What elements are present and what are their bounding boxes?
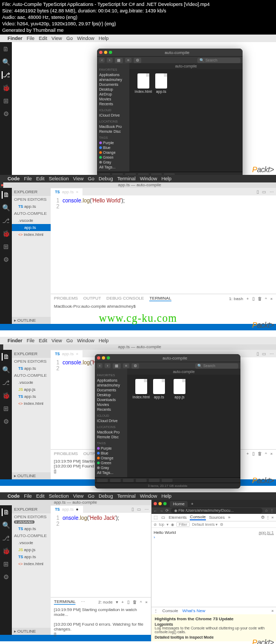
- browser-tab[interactable]: Home: [170, 501, 188, 507]
- reload-icon[interactable]: ⟳: [165, 509, 169, 513]
- menu-debug[interactable]: Debug: [99, 493, 113, 499]
- file-app-js[interactable]: app.js: [174, 379, 185, 399]
- menu-edit[interactable]: Edit: [39, 36, 47, 41]
- tab-problems[interactable]: PROBLEMS: [54, 451, 78, 456]
- search-input[interactable]: 🔍 Search: [195, 363, 238, 369]
- side-icon[interactable]: ▭: [262, 351, 266, 356]
- console-body[interactable]: Hello Worldapp.js:1 ›: [151, 528, 276, 607]
- devtab-console[interactable]: Console: [190, 514, 205, 520]
- finder-content[interactable]: auto-compile index.html app.ts app.js: [127, 369, 240, 477]
- sidebar-item-downloads[interactable]: Downloads: [96, 397, 126, 402]
- devtools-settings-icon[interactable]: ⚙ ⋮ ×: [261, 515, 274, 520]
- sidebar-item-movies[interactable]: Movies: [98, 97, 128, 101]
- menu-go[interactable]: Go: [66, 36, 73, 41]
- split-terminal-icon[interactable]: ▯: [127, 600, 129, 605]
- close-icon[interactable]: [97, 356, 100, 360]
- outline-section[interactable]: OUTLINE: [12, 472, 51, 479]
- tab-appts[interactable]: app.ts●: [51, 506, 83, 513]
- path-bar[interactable]: auto-compile: [129, 63, 243, 69]
- file-vscode[interactable]: .vscode: [12, 379, 51, 386]
- file-app-ts[interactable]: app.ts: [153, 379, 165, 399]
- close-tab-icon[interactable]: ×: [76, 351, 79, 356]
- tag-gray[interactable]: Gray: [96, 465, 126, 470]
- new-tab-icon[interactable]: +: [191, 501, 194, 506]
- close-icon[interactable]: [99, 51, 102, 54]
- tab-debug-console[interactable]: DEBUG CONSOLE: [106, 296, 144, 301]
- forward-button[interactable]: ›: [107, 58, 112, 63]
- file-appjs[interactable]: app.js: [12, 546, 51, 553]
- drawer-tab-console[interactable]: Console: [162, 608, 178, 613]
- settings-gear-icon[interactable]: ⚙: [220, 523, 223, 527]
- sort-button[interactable]: ≡: [123, 363, 129, 368]
- file-index-html[interactable]: index.html: [133, 379, 150, 399]
- menu-view[interactable]: View: [73, 176, 84, 181]
- tag-blue[interactable]: Blue: [96, 451, 126, 456]
- forward-icon[interactable]: →: [160, 509, 163, 513]
- file-indexhtml[interactable]: index.html: [12, 560, 51, 567]
- sidebar-item-user[interactable]: ahmadmohey: [96, 383, 126, 388]
- new-terminal-icon[interactable]: +: [246, 451, 249, 456]
- sidebar-item-user[interactable]: ahmadmohey: [98, 77, 128, 82]
- open-editors-section[interactable]: OPEN EDITORS: [12, 196, 51, 203]
- sidebar-item-macbook[interactable]: MacBook Pro: [98, 124, 128, 129]
- sidebar-item-recents[interactable]: Recents: [96, 407, 126, 412]
- explorer-icon[interactable]: 🗎: [2, 353, 9, 361]
- open-editor-appts[interactable]: app.ts: [12, 525, 51, 532]
- star-icon[interactable]: ☆: [265, 509, 268, 513]
- menu-file[interactable]: File: [24, 493, 32, 499]
- source-control-icon[interactable]: ⎇: [2, 534, 10, 542]
- device-icon[interactable]: ▭: [161, 515, 165, 520]
- back-button[interactable]: ‹: [97, 363, 102, 368]
- menubar-app-name[interactable]: Code: [8, 176, 20, 181]
- debug-icon[interactable]: 🐞: [2, 230, 10, 238]
- action-button[interactable]: ⚙: [132, 363, 139, 369]
- open-editor-appts[interactable]: app.ts: [12, 365, 51, 372]
- sidebar-item-icloud[interactable]: iCloud Drive: [96, 418, 126, 423]
- finder-titlebar[interactable]: auto-compile: [97, 49, 243, 56]
- close-panel-icon[interactable]: ×: [270, 296, 273, 301]
- menu-window[interactable]: Window: [140, 493, 157, 499]
- file-appjs[interactable]: app.js: [12, 386, 51, 393]
- sidebar-item-applications[interactable]: Applications: [96, 378, 126, 383]
- file-vscode[interactable]: .vscode: [12, 217, 51, 224]
- search-icon[interactable]: 🔍: [2, 204, 10, 212]
- back-icon[interactable]: ←: [154, 509, 157, 513]
- source-control-icon[interactable]: ⎇: [2, 71, 9, 79]
- minimize-icon[interactable]: [102, 356, 105, 360]
- sidebar-item-desktop[interactable]: Desktop: [96, 392, 126, 397]
- file-appts[interactable]: app.ts: [12, 224, 51, 231]
- shell-select[interactable]: 2: node: [98, 600, 113, 605]
- tag-all[interactable]: All Tags...: [98, 165, 128, 170]
- tab-appts[interactable]: app.ts×: [51, 350, 82, 357]
- tag-orange[interactable]: Orange: [98, 150, 128, 155]
- action-button[interactable]: ⚙: [134, 58, 141, 63]
- more-icon[interactable]: ⋯: [144, 507, 149, 512]
- project-section[interactable]: AUTO-COMPILE: [12, 210, 51, 217]
- explorer-icon[interactable]: 🗎: [2, 45, 10, 53]
- close-panel-icon[interactable]: ×: [270, 451, 273, 456]
- devtab-more[interactable]: »: [228, 515, 230, 520]
- source-control-icon[interactable]: ⎇: [2, 379, 10, 387]
- outline-section[interactable]: OUTLINE: [12, 628, 51, 635]
- search-input[interactable]: 🔍 Search: [197, 58, 240, 63]
- view-icons-button[interactable]: ▦: [113, 363, 121, 369]
- menubar-app-name[interactable]: Finder: [8, 36, 23, 41]
- finder-titlebar[interactable]: auto-compile: [95, 354, 240, 362]
- sidebar-item-applications[interactable]: Applications: [98, 72, 128, 77]
- open-editor-appts[interactable]: app.ts: [12, 203, 51, 210]
- menu-help[interactable]: Help: [99, 338, 109, 343]
- menu-view[interactable]: View: [52, 338, 62, 343]
- terminal-body[interactable]: [10:19:59 PM] Starting compilation in wa…: [51, 606, 151, 638]
- menu-selection[interactable]: Selection: [49, 493, 69, 499]
- trash-icon[interactable]: 🗑: [258, 296, 262, 301]
- tab-terminal[interactable]: TERMINAL: [54, 599, 75, 605]
- sidebar-item-recents[interactable]: Recents: [98, 101, 128, 106]
- tab-output[interactable]: OUTPUT: [83, 296, 101, 301]
- extensions-icon[interactable]: ⊞: [2, 97, 10, 105]
- menu-terminal[interactable]: Terminal: [117, 493, 135, 499]
- side-icon[interactable]: ▭: [137, 507, 141, 512]
- menu-go[interactable]: Go: [66, 338, 73, 343]
- finder-window[interactable]: auto-compile ‹ › ▦ ≡ ⚙ 🔍 Search Favorite…: [95, 354, 240, 489]
- menubar-finder[interactable]: Finder File Edit View Go Window Help: [0, 337, 276, 344]
- tag-purple[interactable]: Purple: [98, 140, 128, 145]
